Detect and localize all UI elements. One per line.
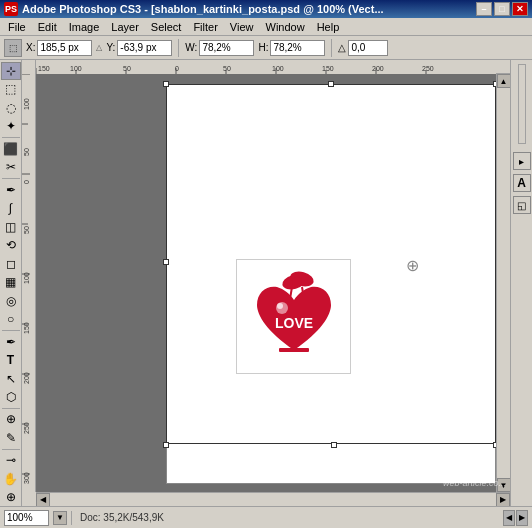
blur-tool[interactable]: ◎	[1, 292, 21, 310]
love-image-svg: LOVE	[237, 260, 351, 374]
tool-separator3	[2, 330, 20, 331]
vscrollbar[interactable]: ▲ ▼	[496, 74, 510, 492]
menu-view[interactable]: View	[224, 20, 260, 34]
transform-handle-bl[interactable]	[163, 442, 169, 448]
hscrollbar[interactable]: ◀ ▶	[36, 492, 510, 506]
svg-text:150: 150	[23, 322, 30, 334]
zoom-tool[interactable]: ⊕	[1, 489, 21, 506]
menu-window[interactable]: Window	[260, 20, 311, 34]
svg-text:0: 0	[23, 180, 30, 184]
status-sep	[71, 511, 72, 525]
marquee-tool[interactable]: ⬚	[1, 81, 21, 99]
menu-help[interactable]: Help	[311, 20, 346, 34]
eyedropper-tool[interactable]: ⊸	[1, 452, 21, 470]
menu-filter[interactable]: Filter	[187, 20, 223, 34]
hscroll-right[interactable]: ▶	[496, 493, 510, 507]
zoom-display[interactable]: 100%	[4, 510, 49, 526]
status-prev[interactable]: ◀	[503, 510, 515, 526]
tool-separator5	[2, 449, 20, 450]
right-tool-1[interactable]: ▸	[513, 152, 531, 170]
stamp-tool[interactable]: ◫	[1, 218, 21, 236]
magic-wand-tool[interactable]: ✦	[1, 118, 21, 136]
history-brush[interactable]: ⟲	[1, 236, 21, 254]
hscroll-track[interactable]	[50, 493, 496, 507]
right-panel-collapse[interactable]	[518, 64, 526, 144]
shape-tool[interactable]: ⬡	[1, 388, 21, 406]
svg-text:0: 0	[175, 65, 179, 72]
svg-text:150: 150	[38, 65, 50, 72]
doc-info: Doc: 35,2K/543,9K	[80, 512, 164, 523]
zoom-menu-button[interactable]: ▼	[53, 511, 67, 525]
main-layout: ⊹ ⬚ ◌ ✦ ⬛ ✂ ✒ ∫ ◫ ⟲ ◻ ▦ ◎ ○ ✒ T ↖ ⬡ ⊕ ✎ …	[0, 60, 532, 506]
lasso-tool[interactable]: ◌	[1, 99, 21, 117]
annotate-tool[interactable]: ✎	[1, 429, 21, 447]
right-tool-3[interactable]: ◱	[513, 196, 531, 214]
w-input[interactable]	[199, 40, 254, 56]
svg-text:100: 100	[23, 98, 30, 110]
ruler-left-svg: 100 50 0 50 100 150 200	[22, 74, 36, 492]
ruler-top: 150 100 50 0 50 100 150 2	[22, 60, 510, 74]
h-input[interactable]	[270, 40, 325, 56]
status-arrows: ◀ ▶	[503, 510, 528, 526]
h-group: H:	[258, 40, 325, 56]
brush-tool[interactable]: ∫	[1, 199, 21, 217]
crosshair-icon: ⊕	[406, 256, 419, 275]
gradient-tool[interactable]: ▦	[1, 273, 21, 291]
minimize-button[interactable]: –	[476, 2, 492, 16]
love-image: LOVE	[236, 259, 351, 374]
x-label: X:	[26, 42, 35, 53]
x-input[interactable]	[37, 40, 92, 56]
menu-select[interactable]: Select	[145, 20, 188, 34]
eraser-tool[interactable]: ◻	[1, 255, 21, 273]
transform-handle-tl[interactable]	[163, 81, 169, 87]
3d-rotate-tool[interactable]: ⊕	[1, 411, 21, 429]
slice-tool[interactable]: ✂	[1, 158, 21, 176]
title-text: Adobe Photoshop CS3 - [shablon_kartinki_…	[22, 3, 476, 15]
vscroll-up[interactable]: ▲	[497, 74, 511, 88]
app-icon: PS	[4, 2, 18, 16]
svg-text:150: 150	[322, 65, 334, 72]
canvas-content: LOVE ⊕ ▲ ▼ web-article.co...	[36, 74, 510, 492]
delta-icon: △	[96, 43, 102, 52]
svg-text:100: 100	[272, 65, 284, 72]
hscroll-left[interactable]: ◀	[36, 493, 50, 507]
transform-handle-tm[interactable]	[328, 81, 334, 87]
move-tool[interactable]: ⊹	[1, 62, 21, 80]
angle-input[interactable]	[348, 40, 388, 56]
transform-options-icon: ⬚	[4, 39, 22, 57]
angle-label: △	[338, 42, 346, 53]
dodge-tool[interactable]: ○	[1, 310, 21, 328]
y-coord-group: Y:	[106, 40, 172, 56]
y-input[interactable]	[117, 40, 172, 56]
title-bar: PS Adobe Photoshop CS3 - [shablon_kartin…	[0, 0, 532, 18]
separator2	[331, 39, 332, 57]
options-bar: ⬚ X: △ Y: W: H: △	[0, 36, 532, 60]
menu-image[interactable]: Image	[63, 20, 106, 34]
svg-text:200: 200	[372, 65, 384, 72]
svg-text:50: 50	[223, 65, 231, 72]
select-tool[interactable]: ↖	[1, 370, 21, 388]
canvas-row: 100 50 0 50 100 150 200	[22, 74, 510, 492]
crop-tool[interactable]: ⬛	[1, 140, 21, 158]
healing-tool[interactable]: ✒	[1, 181, 21, 199]
close-button[interactable]: ✕	[512, 2, 528, 16]
pen-tool[interactable]: ✒	[1, 333, 21, 351]
text-tool[interactable]: T	[1, 351, 21, 369]
menu-layer[interactable]: Layer	[105, 20, 145, 34]
menu-bar: File Edit Image Layer Select Filter View…	[0, 18, 532, 36]
hand-tool[interactable]: ✋	[1, 470, 21, 488]
svg-text:100: 100	[70, 65, 82, 72]
right-tool-2[interactable]: A	[513, 174, 531, 192]
y-label: Y:	[106, 42, 115, 53]
title-bar-buttons: – □ ✕	[476, 2, 528, 16]
x-coord-group: X:	[26, 40, 92, 56]
menu-edit[interactable]: Edit	[32, 20, 63, 34]
vscroll-track[interactable]	[497, 88, 511, 478]
svg-text:200: 200	[23, 372, 30, 384]
maximize-button[interactable]: □	[494, 2, 510, 16]
status-next[interactable]: ▶	[516, 510, 528, 526]
transform-handle-bm[interactable]	[331, 442, 337, 448]
transform-handle-ml[interactable]	[163, 259, 169, 265]
menu-file[interactable]: File	[2, 20, 32, 34]
separator	[178, 39, 179, 57]
